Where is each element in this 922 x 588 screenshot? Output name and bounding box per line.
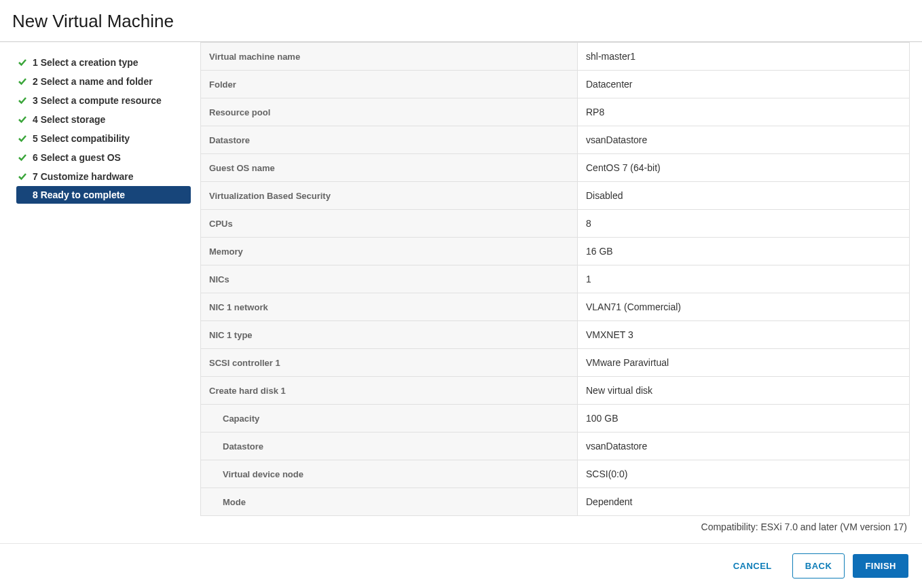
row-val: 1 — [578, 265, 910, 293]
table-row: Virtual device nodeSCSI(0:0) — [201, 460, 910, 488]
row-val: New virtual disk — [578, 377, 910, 405]
check-icon — [16, 94, 29, 107]
table-row: NIC 1 networkVLAN71 (Commercial) — [201, 293, 910, 321]
step-label: 1 Select a creation type — [33, 57, 139, 68]
table-row: Virtual machine nameshl-master1 — [201, 43, 910, 71]
table-row: FolderDatacenter — [201, 71, 910, 98]
step-3-compute-resource[interactable]: 3 Select a compute resource — [16, 91, 191, 110]
compatibility-label: Compatibility: ESXi 7.0 and later (VM ve… — [200, 516, 910, 532]
step-label: 8 Ready to complete — [16, 189, 125, 200]
row-key: Folder — [201, 71, 578, 98]
row-val: 100 GB — [578, 405, 910, 433]
row-val: shl-master1 — [578, 43, 910, 71]
row-val: VMXNET 3 — [578, 321, 910, 349]
page-title: New Virtual Machine — [12, 11, 910, 32]
row-key: Virtual machine name — [201, 43, 578, 71]
row-val: CentOS 7 (64-bit) — [578, 154, 910, 182]
table-row: DatastorevsanDatastore — [201, 433, 910, 460]
row-val: VLAN71 (Commercial) — [578, 293, 910, 321]
step-label: 7 Customize hardware — [33, 171, 134, 182]
table-row: Resource poolRP8 — [201, 98, 910, 126]
summary-panel: Virtual machine nameshl-master1 FolderDa… — [200, 42, 922, 549]
row-key: Resource pool — [201, 98, 578, 126]
cancel-button[interactable]: CANCEL — [721, 554, 784, 578]
row-key: Datastore — [201, 433, 578, 460]
row-val: Disabled — [578, 182, 910, 210]
check-icon — [16, 75, 29, 88]
back-button[interactable]: BACK — [792, 553, 845, 578]
step-label: 3 Select a compute resource — [33, 95, 162, 106]
step-6-guest-os[interactable]: 6 Select a guest OS — [16, 148, 191, 167]
row-val: Dependent — [578, 488, 910, 516]
table-row: Memory16 GB — [201, 238, 910, 265]
row-val: 16 GB — [578, 238, 910, 265]
step-label: 6 Select a guest OS — [33, 152, 121, 163]
table-row: SCSI controller 1VMware Paravirtual — [201, 349, 910, 377]
row-key: Memory — [201, 238, 578, 265]
row-key: Virtual device node — [201, 460, 578, 488]
step-label: 5 Select compatibility — [33, 133, 130, 144]
check-icon — [16, 56, 29, 69]
row-val: SCSI(0:0) — [578, 460, 910, 488]
row-key: Mode — [201, 488, 578, 516]
row-key: Capacity — [201, 405, 578, 433]
step-2-name-folder[interactable]: 2 Select a name and folder — [16, 72, 191, 91]
row-key: Datastore — [201, 126, 578, 154]
wizard-body: 1 Select a creation type 2 Select a name… — [0, 42, 922, 549]
row-key: Guest OS name — [201, 154, 578, 182]
row-val: Datacenter — [578, 71, 910, 98]
step-7-customize-hardware[interactable]: 7 Customize hardware — [16, 167, 191, 186]
step-label: 2 Select a name and folder — [33, 76, 153, 87]
step-5-compatibility[interactable]: 5 Select compatibility — [16, 129, 191, 148]
row-key: NIC 1 type — [201, 321, 578, 349]
wizard-header: New Virtual Machine — [0, 0, 922, 42]
check-icon — [16, 113, 29, 126]
table-row: NIC 1 typeVMXNET 3 — [201, 321, 910, 349]
step-8-ready-to-complete[interactable]: 8 Ready to complete — [16, 186, 191, 204]
wizard-footer: CANCEL BACK FINISH — [0, 543, 922, 588]
table-row: CPUs8 — [201, 210, 910, 238]
table-row: Create hard disk 1New virtual disk — [201, 377, 910, 405]
row-key: Virtualization Based Security — [201, 182, 578, 210]
finish-button[interactable]: FINISH — [853, 554, 908, 578]
row-val: RP8 — [578, 98, 910, 126]
check-icon — [16, 170, 29, 183]
table-row: Guest OS nameCentOS 7 (64-bit) — [201, 154, 910, 182]
table-row: Virtualization Based SecurityDisabled — [201, 182, 910, 210]
check-icon — [16, 151, 29, 164]
row-val: 8 — [578, 210, 910, 238]
table-row: Capacity100 GB — [201, 405, 910, 433]
row-val: vsanDatastore — [578, 126, 910, 154]
row-key: Create hard disk 1 — [201, 377, 578, 405]
table-row: ModeDependent — [201, 488, 910, 516]
step-4-storage[interactable]: 4 Select storage — [16, 110, 191, 129]
row-key: SCSI controller 1 — [201, 349, 578, 377]
row-key: NIC 1 network — [201, 293, 578, 321]
table-row: DatastorevsanDatastore — [201, 126, 910, 154]
step-label: 4 Select storage — [33, 114, 105, 125]
row-key: CPUs — [201, 210, 578, 238]
row-val: VMware Paravirtual — [578, 349, 910, 377]
step-1-creation-type[interactable]: 1 Select a creation type — [16, 53, 191, 72]
check-icon — [16, 132, 29, 145]
summary-table: Virtual machine nameshl-master1 FolderDa… — [200, 42, 910, 516]
row-val: vsanDatastore — [578, 433, 910, 460]
table-row: NICs1 — [201, 265, 910, 293]
row-key: NICs — [201, 265, 578, 293]
wizard-steps: 1 Select a creation type 2 Select a name… — [0, 42, 200, 549]
